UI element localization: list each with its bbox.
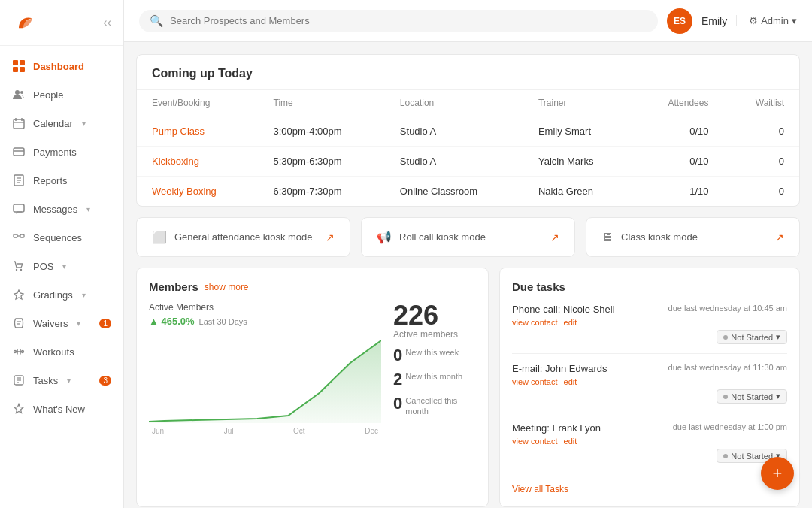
sidebar-item-waivers[interactable]: Waivers ▾ 1 (0, 309, 123, 337)
reports-icon (12, 174, 26, 187)
task-edit[interactable]: edit (564, 377, 577, 386)
task-view-contact[interactable]: view contact (512, 437, 558, 446)
sidebar-item-sequences[interactable]: Sequences (0, 223, 123, 252)
calendar-icon (12, 116, 26, 130)
roll-call-kiosk-card[interactable]: 📢 Roll call kiosk mode ↗ (361, 217, 575, 257)
sidebar: ‹‹ Dashboard People Calendar ▾ Paymen (0, 0, 124, 508)
task-status-badge[interactable]: Not Started ▾ (717, 389, 787, 404)
active-count: 226 (393, 302, 476, 329)
svg-rect-4 (20, 67, 25, 72)
search-bar[interactable]: 🔍 (139, 10, 658, 32)
col-trainer: Trainer (523, 90, 633, 116)
table-row: Weekly Boxing 6:30pm-7:30pm Online Class… (137, 177, 799, 207)
fab-button[interactable]: + (761, 457, 794, 490)
task-due: due last wednesday at 10:45 am (668, 304, 787, 313)
sidebar-item-whats-new[interactable]: What's New (0, 395, 123, 423)
sidebar-item-dashboard[interactable]: Dashboard (0, 52, 123, 80)
sidebar-item-workouts[interactable]: Workouts (0, 337, 123, 366)
task-item: Meeting: Frank Lyon due last wednesday a… (512, 422, 787, 472)
stat-new-week-num: 0 (393, 347, 402, 364)
class-kiosk-card[interactable]: 🖥 Class kiosk mode ↗ (586, 217, 800, 257)
sidebar-item-calendar[interactable]: Calendar ▾ (0, 109, 123, 138)
waivers-label: Waivers (33, 318, 68, 329)
user-section: ES Emily ⚙ Admin ▾ (667, 8, 797, 34)
search-input[interactable] (170, 15, 647, 26)
status-chevron: ▾ (776, 332, 780, 342)
messages-label: Messages (33, 204, 77, 215)
sidebar-item-payments[interactable]: Payments (0, 138, 123, 166)
event-trainer: Nakia Green (523, 177, 633, 207)
sidebar-item-pos[interactable]: POS ▾ (0, 252, 123, 280)
col-location: Location (385, 90, 523, 116)
table-header-row: Event/Booking Time Location Trainer Atte… (137, 90, 799, 116)
event-trainer: Emily Smart (523, 116, 633, 147)
sidebar-item-reports[interactable]: Reports (0, 166, 123, 195)
roll-call-kiosk-label: Roll call kiosk mode (399, 231, 486, 243)
sidebar-logo: ‹‹ (0, 0, 123, 46)
class-kiosk-label: Class kiosk mode (621, 231, 698, 243)
svg-rect-19 (20, 234, 24, 237)
task-status-row: Not Started ▾ (512, 449, 787, 463)
task-edit[interactable]: edit (564, 318, 577, 327)
task-header-row: E-mail: John Edwards due last wednesday … (512, 363, 787, 374)
general-kiosk-left: ⬜ General attendance kiosk mode (152, 230, 313, 244)
task-due: due last wednesday at 1:00 pm (673, 422, 787, 431)
svg-rect-3 (13, 67, 18, 72)
task-view-contact[interactable]: view contact (512, 377, 558, 386)
col-event: Event/Booking (137, 90, 259, 116)
general-kiosk-card[interactable]: ⬜ General attendance kiosk mode ↗ (136, 217, 350, 257)
stat-new-week-label: New this week (405, 347, 459, 358)
task-links: view contact edit (512, 377, 787, 386)
members-header: Members show more (149, 280, 476, 293)
user-avatar: ES (667, 8, 692, 34)
status-label: Not Started (731, 452, 773, 461)
task-edit[interactable]: edit (564, 437, 577, 446)
task-due: due last wednesday at 11:30 am (668, 363, 787, 372)
event-time: 6:30pm-7:30pm (259, 177, 385, 207)
pos-icon (12, 259, 26, 273)
whats-new-label: What's New (33, 404, 85, 415)
dashboard-label: Dashboard (33, 61, 84, 72)
sidebar-item-gradings[interactable]: Gradings ▾ (0, 280, 123, 309)
username-label: Emily (701, 15, 727, 27)
tasks-label: Tasks (33, 375, 58, 386)
waivers-icon (12, 316, 26, 330)
events-table: Event/Booking Time Location Trainer Atte… (137, 90, 799, 206)
active-label: Active members (393, 329, 476, 340)
members-title: Members (149, 280, 198, 293)
event-waitlist: 0 (723, 147, 799, 177)
task-view-contact[interactable]: view contact (512, 318, 558, 327)
workouts-label: Workouts (33, 346, 74, 358)
chart-growth: ▲ 465.0% (149, 316, 195, 327)
chart-period: Last 30 Days (199, 317, 247, 326)
svg-rect-1 (13, 60, 18, 65)
sidebar-item-tasks[interactable]: Tasks ▾ 3 (0, 366, 123, 395)
collapse-button[interactable]: ‹‹ (103, 16, 111, 29)
general-kiosk-icon: ⬜ (152, 230, 167, 244)
event-name: Weekly Boxing (137, 177, 259, 207)
task-name: E-mail: John Edwards (512, 363, 607, 374)
admin-button[interactable]: ⚙ Admin ▾ (736, 15, 797, 26)
view-all-tasks[interactable]: View all Tasks (512, 484, 568, 494)
stat-cancelled: 0 Cancelled this month (393, 395, 476, 417)
sidebar-item-messages[interactable]: Messages ▾ (0, 195, 123, 223)
show-more-link[interactable]: show more (205, 282, 249, 292)
sidebar-item-people[interactable]: People (0, 80, 123, 109)
svg-point-5 (15, 90, 20, 95)
task-links: view contact edit (512, 318, 787, 327)
event-attendees: 1/10 (633, 177, 724, 207)
event-location: Online Classroom (385, 177, 523, 207)
chart-label-oct: Oct (293, 427, 305, 435)
event-attendees: 0/10 (633, 116, 724, 147)
active-count-wrap: 226 Active members (393, 302, 476, 340)
search-icon: 🔍 (150, 14, 164, 28)
waivers-badge: 1 (99, 319, 111, 328)
status-chevron: ▾ (776, 392, 780, 401)
tasks-badge: 3 (99, 376, 111, 386)
task-status-badge[interactable]: Not Started ▾ (717, 330, 787, 344)
svg-rect-2 (20, 60, 25, 65)
tasks-chevron: ▾ (67, 376, 71, 385)
messages-chevron: ▾ (86, 205, 90, 213)
stat-cancelled-label: Cancelled this month (405, 395, 476, 417)
task-item: Phone call: Nicole Shell due last wednes… (512, 304, 787, 354)
